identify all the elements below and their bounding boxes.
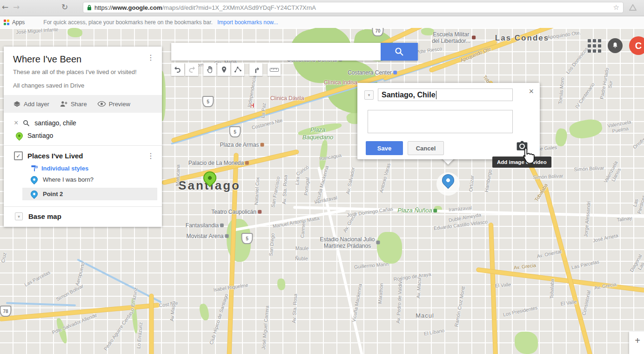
draw-line-button[interactable]	[231, 63, 244, 76]
layer-visibility-checkbox[interactable]: ✓	[14, 151, 23, 160]
map-label: Ramón Cruz Montt	[453, 286, 466, 327]
share-button[interactable]: Share	[60, 100, 87, 108]
basemap-label[interactable]: Base map	[28, 212, 61, 220]
layer-item-point-2[interactable]: Point 2	[22, 188, 157, 200]
route-shield: 5	[202, 96, 214, 107]
map-label: Marathon	[377, 283, 384, 304]
map-label: Macul	[416, 312, 434, 320]
bookmark-star-icon[interactable]: ☆	[613, 3, 619, 12]
map-label: El Líbano	[423, 327, 445, 337]
individual-styles-link[interactable]: Individual styles	[4, 160, 162, 172]
route-shield: 5	[242, 233, 253, 244]
title-style-dropdown[interactable]: ▾	[364, 90, 374, 100]
map-label: Los Dominicos	[565, 46, 589, 75]
river-segment	[6, 302, 76, 306]
layer-item-where-i-was-born[interactable]: Where I was born?	[4, 172, 162, 185]
poi-icon	[258, 210, 262, 214]
add-directions-button[interactable]	[249, 63, 262, 76]
map-label: Carmen	[299, 220, 307, 238]
forward-icon[interactable]: →	[13, 2, 20, 12]
map-search-input[interactable]	[171, 43, 381, 61]
map-label: Av. Grecia	[513, 262, 536, 271]
add-layer-button[interactable]: Add layer	[13, 100, 49, 108]
map-search-button[interactable]	[381, 43, 418, 61]
park-area	[568, 117, 604, 141]
add-marker-button[interactable]	[217, 63, 230, 76]
map-label: Hamburgo	[483, 169, 493, 192]
park-area	[277, 279, 285, 290]
map-label: San Francisco	[270, 176, 281, 208]
map-label: Consistorial	[581, 290, 592, 316]
add-person-icon	[60, 100, 68, 108]
place-description-textarea[interactable]	[368, 110, 513, 133]
apps-label[interactable]: Apps	[12, 19, 25, 26]
map-label: Las Parcelas	[571, 259, 600, 271]
preview-button[interactable]: Preview	[97, 101, 130, 108]
route-shield: 5	[229, 126, 241, 137]
save-button[interactable]: Save	[366, 141, 403, 155]
refresh-icon[interactable]: ↻	[61, 2, 68, 12]
clear-search-icon[interactable]: ×	[14, 119, 18, 127]
map-label: José Miguel Infante	[16, 28, 59, 35]
drive-extension-icon[interactable]	[629, 4, 637, 11]
layer-menu-icon[interactable]: ⋮	[147, 152, 154, 160]
apps-shortcut-icon[interactable]	[4, 20, 9, 25]
ruler-icon	[269, 65, 279, 75]
back-icon[interactable]: ←	[2, 2, 8, 12]
map-label: Lo Errázuriz	[128, 287, 139, 314]
map-label: Costanera Nte	[251, 117, 283, 131]
layer-name[interactable]: Places I've Lived	[27, 152, 83, 160]
poi-icon	[220, 224, 224, 227]
redo-icon	[187, 65, 196, 74]
map-label: Las Condes	[495, 34, 549, 43]
polyline-icon	[234, 65, 242, 74]
poi-icon	[434, 209, 437, 212]
map-label: Jorge Alessandri	[583, 201, 591, 237]
map-label: El Valle	[495, 281, 511, 289]
bookmarks-bar: Apps For quick access, place your bookma…	[0, 16, 644, 28]
map-label: Fantasilandia	[186, 222, 224, 229]
map-label: Simón Bolivar	[574, 165, 604, 172]
map-menu-icon[interactable]: ⋮	[147, 54, 154, 65]
green-pin-icon	[14, 130, 24, 140]
undo-button[interactable]	[171, 63, 184, 76]
map-description: These are all of the places I've lived o…	[4, 65, 162, 75]
basemap-expand-icon[interactable]: ▾	[15, 212, 23, 220]
account-avatar[interactable]: C	[629, 36, 644, 55]
url-bar[interactable]: https://www.google.com/maps/d/edit?mid=1…	[83, 2, 624, 13]
redo-button[interactable]	[185, 63, 198, 76]
park-area	[515, 332, 538, 354]
poi-icon	[472, 36, 476, 40]
zoom-in-button[interactable]: +	[629, 332, 644, 354]
map-label: Ortúzar	[468, 175, 475, 192]
map-label: Tobalaba	[549, 279, 555, 299]
map-label: Pedro Aguirre Cerda	[102, 312, 133, 352]
layers-icon	[13, 100, 21, 108]
blue-pin-icon	[29, 189, 39, 199]
map-label: Nataniel Cox	[253, 177, 261, 205]
map-label: Maule	[295, 245, 309, 252]
map-label: Palacio de La Moneda	[188, 160, 249, 166]
measure-button[interactable]	[268, 63, 281, 76]
notifications-bell-icon[interactable]	[608, 38, 623, 53]
blue-pin-icon	[29, 175, 39, 184]
popup-close-icon[interactable]: ×	[529, 87, 534, 96]
map-label: Portugal	[303, 177, 310, 196]
map-label: Valenzuela Llanos	[601, 157, 625, 190]
place-title-input[interactable]: Santiago, Chile	[378, 88, 513, 101]
pan-tool-button[interactable]	[203, 63, 216, 76]
map-label: Escuela Militar del Libertador...	[432, 31, 476, 45]
poi-icon	[393, 71, 397, 75]
google-apps-icon[interactable]	[588, 39, 601, 53]
map-label: Av. Sta. Rosa	[291, 293, 298, 323]
search-result-item[interactable]: Santiago	[4, 127, 162, 139]
map-canvas[interactable]: SantiagoLas CondesMaculEscuela Militar d…	[0, 28, 644, 354]
cancel-button[interactable]: Cancel	[408, 141, 444, 155]
map-label: Club Hípico de Santiago	[208, 293, 229, 345]
search-result-label: Santiago	[27, 132, 53, 139]
import-bookmarks-link[interactable]: Import bookmarks now...	[217, 19, 278, 26]
poi-icon	[225, 234, 229, 238]
poi-icon	[245, 161, 249, 165]
map-label: Plaza de Armas	[220, 142, 264, 148]
map-label: Simón Bolivar	[533, 173, 563, 180]
